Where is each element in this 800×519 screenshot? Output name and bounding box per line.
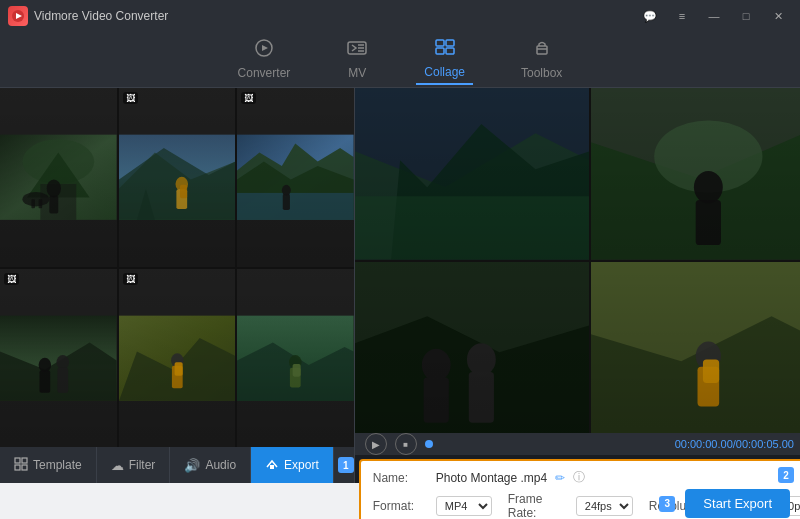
video-cell-5[interactable]: 🖼 (119, 269, 236, 448)
svg-rect-41 (57, 367, 68, 392)
minimize-button[interactable]: — (700, 6, 728, 26)
bottom-tabs: Template ☁ Filter 🔊 Audio Export 1 (0, 447, 354, 483)
export-icon (265, 457, 279, 474)
title-bar: Vidmore Video Converter 💬 ≡ — □ ✕ (0, 0, 800, 32)
svg-marker-3 (262, 45, 268, 51)
tab-collage[interactable]: Collage (416, 34, 473, 85)
tab-export[interactable]: Export (251, 447, 334, 483)
collage-icon (434, 38, 456, 61)
svg-rect-39 (39, 370, 50, 392)
svg-rect-8 (436, 40, 444, 46)
start-export-group: 3 Start Export (659, 489, 790, 518)
format-label: Format: (373, 499, 428, 513)
step-badge-3: 3 (659, 496, 675, 512)
step-badge-2: 2 (778, 467, 794, 483)
nav-tabs: Converter MV Collage (0, 32, 800, 88)
template-icon (14, 457, 28, 474)
video-cell-1[interactable] (0, 88, 117, 267)
filter-icon: ☁ (111, 458, 124, 473)
right-panel: ▶ ■ 00:00:00.00/00:00:05.00 🔊 Name: Phot… (355, 88, 800, 483)
svg-rect-22 (39, 199, 43, 208)
svg-point-20 (22, 192, 49, 206)
main-content: 🖼 (0, 88, 800, 483)
tab-mv[interactable]: MV (338, 35, 376, 84)
video-cell-6[interactable] (237, 269, 354, 448)
filter-label: Filter (129, 458, 156, 472)
video-cell-2[interactable]: 🖼 (119, 88, 236, 267)
svg-rect-60 (355, 196, 590, 259)
svg-rect-54 (15, 465, 20, 470)
audio-label: Audio (205, 458, 236, 472)
close-button[interactable]: ✕ (764, 6, 792, 26)
svg-point-76 (467, 343, 496, 375)
tab-filter[interactable]: ☁ Filter (97, 447, 171, 483)
svg-rect-10 (436, 48, 444, 54)
svg-rect-55 (22, 465, 27, 470)
progress-dot (425, 440, 433, 448)
stop-button[interactable]: ■ (395, 433, 417, 455)
video-cell-3[interactable]: 🖼 (237, 88, 354, 267)
svg-point-38 (39, 357, 52, 371)
video-grid-right (355, 88, 800, 433)
play-button[interactable]: ▶ (365, 433, 387, 455)
image-badge-2: 🖼 (123, 92, 138, 104)
image-badge-5: 🖼 (123, 273, 138, 285)
collage-label: Collage (424, 65, 465, 79)
tab-audio[interactable]: 🔊 Audio (170, 447, 251, 483)
svg-rect-35 (283, 194, 290, 210)
image-badge-3: 🖼 (241, 92, 256, 104)
svg-rect-52 (15, 458, 20, 463)
app-icon (8, 6, 28, 26)
maximize-button[interactable]: □ (732, 6, 760, 26)
svg-rect-33 (237, 193, 354, 220)
svg-rect-11 (446, 48, 454, 54)
svg-rect-56 (270, 465, 274, 469)
toolbox-icon (531, 39, 553, 62)
title-bar-controls: 💬 ≡ — □ ✕ (636, 6, 792, 26)
tab-template[interactable]: Template (0, 447, 97, 483)
converter-icon (253, 39, 275, 62)
svg-rect-51 (293, 364, 301, 377)
svg-point-40 (56, 355, 69, 369)
time-display: 00:00:00.00/00:00:05.00 (675, 438, 794, 450)
video-grid-left: 🖼 (0, 88, 354, 447)
right-cell-5[interactable] (591, 262, 800, 434)
right-cell-4[interactable] (355, 262, 590, 434)
toolbox-label: Toolbox (521, 66, 562, 80)
svg-rect-19 (49, 196, 58, 214)
right-cell-2[interactable] (591, 88, 800, 260)
step-badge-1: 1 (338, 457, 354, 473)
svg-rect-29 (180, 185, 187, 198)
left-panel: 🖼 (0, 88, 355, 483)
svg-rect-46 (174, 362, 182, 375)
image-badge-4: 🖼 (4, 273, 19, 285)
menu-button[interactable]: ≡ (668, 6, 696, 26)
right-controls: ▶ ■ 00:00:00.00/00:00:05.00 🔊 (355, 433, 800, 455)
svg-rect-77 (468, 372, 493, 423)
name-value: Photo Montage .mp4 (436, 471, 547, 485)
name-label: Name: (373, 471, 428, 485)
info-icon[interactable]: ⓘ (573, 469, 585, 486)
format-select[interactable]: MP4 MKV MOV AVI (436, 496, 492, 516)
framerate-select[interactable]: 24fps 25fps 30fps 60fps (576, 496, 633, 516)
step-badge-2-wrapper: 2 (778, 467, 794, 483)
start-export-button[interactable]: Start Export (685, 489, 790, 518)
svg-point-64 (694, 171, 723, 203)
video-cell-4[interactable]: 🖼 (0, 269, 117, 448)
tab-converter[interactable]: Converter (230, 35, 299, 84)
export-label: Export (284, 458, 319, 472)
right-cell-1[interactable] (355, 88, 590, 260)
chat-button[interactable]: 💬 (636, 6, 664, 26)
app-title: Vidmore Video Converter (34, 9, 168, 23)
template-label: Template (33, 458, 82, 472)
svg-rect-12 (537, 46, 547, 54)
edit-icon[interactable]: ✏ (555, 471, 565, 485)
title-bar-left: Vidmore Video Converter (8, 6, 168, 26)
mv-icon (346, 39, 368, 62)
playback-controls: ▶ ■ (365, 433, 433, 455)
svg-rect-82 (703, 359, 719, 382)
framerate-label: Frame Rate: (508, 492, 568, 519)
tab-toolbox[interactable]: Toolbox (513, 35, 570, 84)
svg-rect-9 (446, 40, 454, 46)
svg-point-18 (47, 179, 61, 197)
